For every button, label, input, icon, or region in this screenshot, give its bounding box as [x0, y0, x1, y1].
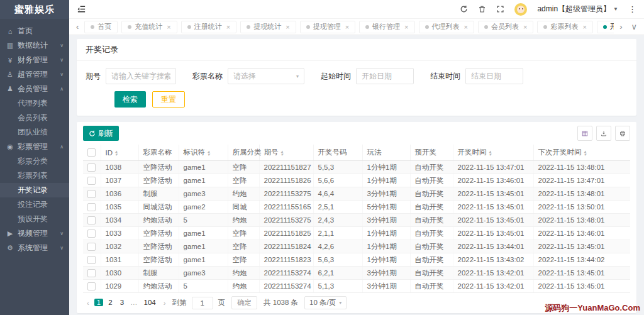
filter-field: 起始时间 — [321, 68, 414, 84]
column-header-draw_time: 开奖时间▴▾ — [453, 145, 533, 161]
tabs-menu-button[interactable]: ∨ — [628, 22, 640, 31]
cell-next_draw_time: 2022-11-15 13:47:01 — [533, 174, 630, 187]
close-icon[interactable]: × — [582, 23, 586, 31]
sidebar-subitem[interactable]: 团队业绩 — [0, 125, 69, 140]
sort-icon[interactable]: ▴▾ — [489, 150, 492, 156]
cell-lottery_name: 同城活动 — [138, 201, 179, 214]
sidebar-subitem[interactable]: 彩票分类 — [0, 154, 69, 169]
cell-id: 1033 — [101, 227, 138, 240]
cell-identifier: game2 — [179, 201, 228, 214]
tab-item[interactable]: 首页 — [84, 21, 118, 33]
issue-search-input[interactable] — [106, 68, 176, 84]
sidebar-item[interactable]: ¥财务管理∨ — [0, 53, 69, 67]
row-checkbox[interactable] — [87, 243, 96, 251]
cell-next_draw_time: 2022-11-15 13:48:01 — [533, 214, 630, 227]
start-date-input[interactable] — [356, 68, 414, 84]
chevron-up-icon: ∧ — [60, 86, 64, 92]
avatar[interactable] — [514, 3, 527, 16]
prev-page-button[interactable]: ‹ — [83, 299, 93, 307]
sidebar-item[interactable]: ⚙系统管理∨ — [0, 241, 69, 255]
cell-play: 1分钟1期 — [362, 227, 410, 240]
close-icon[interactable]: × — [226, 23, 230, 31]
tab-item[interactable]: 充值统计× — [121, 21, 177, 33]
close-icon[interactable]: × — [464, 23, 468, 31]
tab-item[interactable]: 彩票列表× — [537, 21, 592, 33]
close-icon[interactable]: × — [167, 23, 170, 31]
sidebar-item[interactable]: ▥数据统计∨ — [0, 38, 69, 53]
sort-icon[interactable]: ▴▾ — [281, 150, 284, 156]
search-button[interactable]: 检索 — [114, 91, 146, 108]
row-checkbox[interactable] — [87, 282, 96, 290]
sidebar-item[interactable]: ⌂首页 — [0, 24, 69, 38]
more-vert-icon[interactable]: ⋮ — [628, 5, 636, 13]
row-checkbox[interactable] — [87, 190, 96, 198]
page-button[interactable]: 104 — [142, 299, 158, 306]
goto-page-input[interactable] — [192, 297, 213, 309]
sort-icon[interactable]: ▴▾ — [115, 150, 118, 156]
tab-item[interactable]: 注册统计× — [181, 21, 236, 33]
page-button[interactable]: 3 — [118, 299, 126, 306]
end-date-input[interactable] — [465, 68, 523, 84]
close-icon[interactable]: × — [345, 23, 349, 31]
row-checkbox[interactable] — [87, 177, 96, 185]
tab-item[interactable]: 提现管理× — [300, 21, 355, 33]
sort-icon[interactable]: ▴▾ — [584, 150, 587, 156]
lottery-name-select[interactable]: 请选择▾ — [228, 68, 304, 84]
tab-item[interactable]: 银行管理× — [359, 21, 414, 33]
close-icon[interactable]: × — [286, 23, 289, 31]
sort-icon[interactable]: ▴▾ — [208, 150, 210, 156]
sidebar-subitem[interactable]: 彩票列表 — [0, 169, 69, 183]
row-checkbox[interactable] — [87, 216, 96, 224]
cell-draw_time: 2022-11-15 13:42:01 — [453, 267, 533, 280]
brand-logo[interactable]: 蜜雅娱乐 — [0, 0, 69, 19]
column-header-next_draw_time: 下次开奖时间▴▾ — [533, 145, 630, 161]
main-column: admin【超级管理员】 ▼ ⋮ ‹ 首页充值统计×注册统计×提现统计×提现管理… — [69, 0, 644, 315]
tab-dot-icon — [365, 25, 369, 29]
tab-item[interactable]: 代理列表× — [419, 21, 474, 33]
confirm-page-button[interactable]: 确定 — [231, 296, 257, 309]
sidebar-subitem[interactable]: 会员列表 — [0, 111, 69, 125]
column-label: 彩票名称 — [143, 148, 172, 156]
sidebar-item[interactable]: ♙超管管理∨ — [0, 67, 69, 82]
row-checkbox[interactable] — [87, 203, 96, 211]
next-page-button[interactable]: › — [160, 299, 170, 307]
close-icon[interactable]: × — [404, 23, 408, 31]
sidebar-item[interactable]: ▶视频管理∨ — [0, 226, 69, 241]
table-refresh-button[interactable]: 刷新 — [83, 126, 119, 141]
tab-item[interactable]: 开奖记录× — [597, 21, 614, 33]
column-label: 下次开奖时间 — [538, 148, 582, 156]
collapse-sidebar-button[interactable] — [77, 4, 86, 14]
tab-item[interactable]: 会员列表× — [478, 21, 533, 33]
sidebar-item[interactable]: ♟会员管理∧ — [0, 82, 69, 96]
clear-cache-button[interactable] — [478, 5, 486, 13]
sidebar-subitem[interactable]: 代理列表 — [0, 96, 69, 111]
sidebar-subitem[interactable]: 投注记录 — [0, 197, 69, 212]
fullscreen-button[interactable] — [496, 5, 504, 13]
close-icon[interactable]: × — [523, 23, 527, 31]
row-checkbox[interactable] — [87, 163, 96, 172]
row-checkbox[interactable] — [87, 256, 96, 264]
select-all-checkbox[interactable] — [87, 148, 96, 157]
page-button[interactable]: 1 — [94, 299, 103, 306]
export-button[interactable] — [596, 126, 611, 141]
columns-filter-button[interactable] — [577, 126, 592, 141]
page-size-select[interactable]: 10 条/页 ▾ — [304, 296, 347, 309]
user-menu[interactable]: admin【超级管理员】 ▼ — [537, 4, 618, 14]
cell-numbers: 4,2,6 — [313, 240, 362, 253]
filter-field: 结束时间 — [430, 68, 523, 84]
row-checkbox[interactable] — [87, 229, 96, 238]
row-checkbox[interactable] — [87, 269, 96, 277]
column-label: ID — [106, 149, 113, 157]
print-button[interactable] — [615, 126, 630, 141]
cell-lottery_name: 空降活动 — [138, 161, 179, 174]
sidebar-item[interactable]: ◉彩票管理∧ — [0, 140, 69, 154]
tab-item[interactable]: 提现统计× — [240, 21, 296, 33]
tabs-scroll-left-button[interactable]: ‹ — [73, 22, 82, 31]
sidebar-subitem[interactable]: 预设开奖 — [0, 212, 69, 226]
sidebar-item-label: 超管管理 — [18, 69, 48, 80]
tabs-scroll-right-button[interactable]: › — [616, 22, 625, 31]
refresh-button[interactable] — [460, 5, 468, 13]
page-button[interactable]: 2 — [106, 299, 114, 306]
sidebar-subitem[interactable]: 开奖记录 — [0, 183, 69, 197]
reset-button[interactable]: 重置 — [152, 91, 185, 108]
